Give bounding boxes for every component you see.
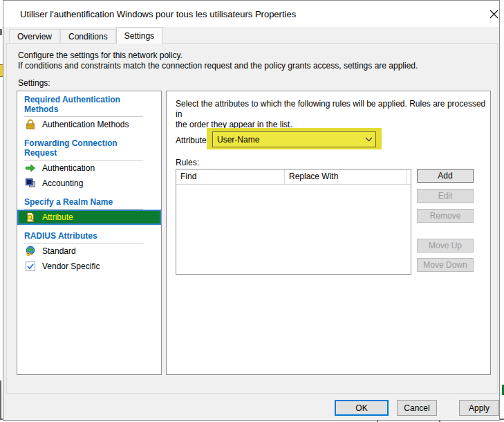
tree-item-label: Standard [42, 246, 76, 256]
tree-item-label: Authentication [42, 163, 95, 173]
tree-item-label: Vendor Specific [42, 262, 100, 271]
column-header-replace-with[interactable]: Replace With [285, 169, 407, 184]
apply-button[interactable]: Apply [459, 400, 499, 416]
tree-item-standard[interactable]: Standard [17, 244, 161, 259]
move-up-button[interactable]: Move Up [417, 239, 474, 253]
edit-button[interactable]: Edit [417, 189, 474, 203]
rules-label: Rules: [176, 158, 199, 167]
chevron-down-icon [362, 137, 375, 142]
tab-settings[interactable]: Settings [116, 27, 162, 44]
tab-overview[interactable]: Overview [9, 29, 60, 44]
globe-key-icon [25, 246, 36, 257]
attribute-panel-description: Select the attributes to which the follo… [176, 99, 490, 130]
attribute-settings-panel: Select the attributes to which the follo… [166, 91, 491, 375]
tree-item-label: Accounting [42, 178, 83, 188]
lock-icon [25, 119, 36, 130]
rules-list-body[interactable] [176, 185, 411, 275]
tree-item-accounting[interactable]: Accounting [17, 176, 161, 191]
attribute-label: Attribute: [176, 136, 209, 145]
tab-conditions[interactable]: Conditions [60, 29, 116, 44]
forward-arrow-icon [25, 163, 36, 174]
tree-item-vendor-specific[interactable]: Vendor Specific [17, 259, 161, 274]
properties-dialog: Utiliser l'authentification Windows pour… [3, 0, 500, 421]
close-button[interactable] [485, 5, 503, 23]
tree-item-authentication-methods[interactable]: Authentication Methods [17, 117, 161, 132]
attribute-search-icon [25, 212, 36, 223]
tree-header-radius-attributes: RADIUS Attributes [24, 231, 143, 244]
settings-tree-panel: Required Authentication Methods Authenti… [17, 91, 162, 375]
tree-item-label: Attribute [42, 212, 73, 222]
settings-tab-page: Configure the settings for this network … [6, 43, 498, 394]
background-window-fragment [0, 29, 2, 35]
checkbox-icon [25, 261, 36, 272]
move-down-button[interactable]: Move Down [417, 258, 474, 272]
background-window-edge [0, 380, 1, 419]
add-button[interactable]: Add [417, 169, 474, 183]
cancel-button[interactable]: Cancel [397, 400, 437, 416]
column-header-find[interactable]: Find [176, 169, 285, 184]
tree-item-label: Authentication Methods [42, 120, 129, 129]
tree-header-required-authentication-methods: Required Authentication Methods [24, 95, 143, 117]
tab-strip: Overview Conditions Settings [9, 27, 162, 44]
tree-item-authentication[interactable]: Authentication [17, 160, 161, 176]
dialog-title: Utiliser l'authentification Windows pour… [20, 9, 296, 19]
computers-icon [25, 178, 36, 189]
remove-button[interactable]: Remove [417, 209, 474, 223]
tree-header-forwarding-connection-request: Forwarding Connection Request [24, 138, 143, 160]
page-description-line1: Configure the settings for this network … [18, 51, 418, 61]
close-icon [489, 10, 498, 19]
tree-item-attribute[interactable]: Attribute [17, 210, 161, 225]
rules-list-header: Find Replace With [176, 169, 411, 185]
page-description-line2: If conditions and constraints match the … [18, 61, 418, 71]
rules-list[interactable]: Find Replace With [176, 169, 411, 275]
attribute-dropdown[interactable]: User-Name [212, 131, 376, 147]
page-description: Configure the settings for this network … [18, 51, 418, 71]
ok-button[interactable]: OK [335, 400, 389, 416]
settings-label: Settings: [18, 78, 50, 88]
title-bar: Utiliser l'authentification Windows pour… [3, 1, 499, 27]
attribute-dropdown-value: User-Name [213, 135, 362, 145]
tree-header-specify-a-realm-name: Specify a Realm Name [24, 197, 143, 210]
screen: Utiliser l'authentification Windows pour… [0, 0, 504, 422]
